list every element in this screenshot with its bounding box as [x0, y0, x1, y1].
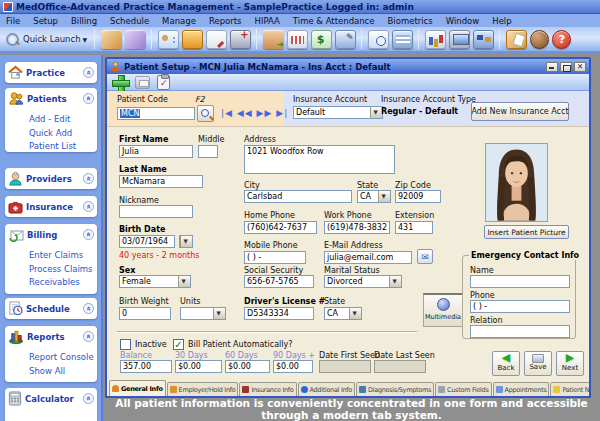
last-name-input[interactable]: McNamara — [119, 175, 203, 188]
sidebar-item-quick-add[interactable]: Quick Add — [29, 127, 97, 141]
chevron-up-icon[interactable]: » — [83, 393, 94, 404]
quick-launch-search-icon[interactable] — [5, 32, 20, 47]
chevron-down-icon[interactable]: « — [83, 67, 94, 78]
menu-manage[interactable]: Manage — [162, 16, 196, 26]
sidebar-section-practice[interactable]: Practice « — [5, 62, 97, 83]
tab-appointments[interactable]: Appointments — [493, 382, 550, 396]
insurance-account-select[interactable]: Default — [293, 106, 383, 119]
chevron-down-icon[interactable]: « — [83, 201, 94, 212]
birth-date-picker[interactable] — [179, 235, 193, 248]
sidebar-item-add-edit[interactable]: Add - Edit — [29, 113, 97, 127]
back-button[interactable]: ◀ Back — [492, 351, 520, 376]
payments-icon[interactable] — [311, 30, 332, 49]
menu-reports[interactable]: Reports — [209, 16, 242, 26]
tab-additional-info[interactable]: Additional Info — [298, 382, 356, 396]
patient-search-button[interactable] — [197, 105, 214, 122]
menu-schedule[interactable]: Schedule — [110, 16, 149, 26]
maximize-button[interactable] — [560, 62, 572, 72]
sidebar-section-providers[interactable]: Providers « — [5, 168, 97, 189]
tab-general-info[interactable]: General Info — [109, 380, 166, 396]
ssn-input[interactable]: 656-67-5765 — [244, 275, 314, 288]
chevron-down-icon[interactable]: « — [83, 173, 94, 184]
tab-custom-fields[interactable]: Custom Fields — [435, 382, 491, 396]
tab-employer-hold-info[interactable]: Employer/Hold Info — [167, 382, 239, 396]
menu-billing[interactable]: Billing — [71, 16, 97, 26]
dropdown-arrow-icon[interactable] — [389, 276, 401, 287]
workstation-icon[interactable] — [449, 30, 470, 49]
sidebar-section-calculator[interactable]: Calculator » — [5, 388, 97, 421]
menu-time-attendance[interactable]: Time & Attendance — [293, 16, 375, 26]
drivers-license-input[interactable]: D5343334 — [244, 307, 314, 320]
dropdown-arrow-icon[interactable] — [213, 308, 225, 319]
menu-window[interactable]: Window — [446, 16, 480, 26]
birth-date-input[interactable]: 03/07/1964 — [119, 235, 175, 248]
address-input[interactable]: 1021 Woodfox Row — [244, 145, 395, 174]
claims-camera-icon[interactable] — [230, 30, 251, 49]
sidebar-item-process-claims[interactable]: Process Claims — [29, 263, 97, 277]
sex-select[interactable]: Female — [119, 275, 191, 288]
progress-notes-icon[interactable] — [206, 30, 227, 49]
emergency-relation-input[interactable] — [470, 325, 570, 338]
patient-folder-icon[interactable] — [182, 30, 203, 49]
chevron-up-icon[interactable]: » — [83, 93, 94, 104]
sidebar-header-reports[interactable]: Reports » — [5, 326, 97, 347]
sidebar-item-show-all[interactable]: Show All — [29, 365, 97, 379]
sidebar-item-patient-list[interactable]: Patient List — [29, 140, 97, 152]
add-new-insurance-button[interactable]: Add New Insurance Acct — [471, 102, 569, 121]
chevron-up-icon[interactable]: » — [83, 331, 94, 342]
biometrics-pad-icon[interactable] — [506, 30, 527, 49]
cpt-codes-icon[interactable] — [101, 30, 122, 49]
patient-info-icon[interactable] — [158, 30, 179, 49]
electronic-signature-icon[interactable] — [335, 30, 356, 49]
menu-setup[interactable]: Setup — [33, 16, 58, 26]
inactive-checkbox[interactable] — [120, 339, 131, 350]
minimize-button[interactable] — [546, 62, 558, 72]
sidebar-header-patients[interactable]: Patients » — [5, 88, 97, 109]
chevron-down-icon[interactable]: « — [83, 303, 94, 314]
email-input[interactable]: julia@email.com — [324, 251, 412, 264]
emergency-phone-input[interactable]: ( ) - — [470, 300, 570, 313]
help-icon[interactable] — [552, 30, 571, 49]
menu-file[interactable]: File — [6, 16, 20, 26]
menu-biometrics[interactable]: Biometrics — [388, 16, 433, 26]
charts-icon[interactable] — [425, 30, 446, 49]
nav-prev-button[interactable]: ◀◀ — [237, 108, 253, 118]
dropdown-arrow-icon[interactable] — [180, 236, 192, 247]
marital-status-select[interactable]: Divorced — [324, 275, 402, 288]
icd-codes-icon[interactable] — [125, 30, 146, 49]
sidebar-item-enter-claims[interactable]: Enter Claims — [29, 249, 97, 263]
referrals-icon[interactable] — [263, 30, 284, 49]
scheduler-report-icon[interactable] — [368, 30, 389, 49]
bill-auto-checkbox[interactable]: ✓ — [173, 339, 184, 350]
units-select[interactable] — [180, 307, 226, 320]
dl-state-select[interactable]: CA — [324, 307, 362, 320]
nav-first-button[interactable]: |◀ — [221, 108, 233, 118]
network-users-icon[interactable] — [473, 30, 494, 49]
quick-launch-label[interactable]: Quick Launch — [23, 34, 81, 44]
first-name-input[interactable]: Julia — [119, 145, 193, 158]
audit-seal-icon[interactable] — [530, 30, 549, 49]
chevron-up-icon[interactable]: » — [83, 229, 94, 240]
sidebar-section-schedule[interactable]: Schedule « — [5, 298, 97, 319]
save-icon[interactable] — [135, 76, 150, 89]
extension-input[interactable]: 431 — [395, 221, 433, 234]
add-patient-icon[interactable] — [112, 75, 128, 90]
patient-code-input[interactable]: MCN — [117, 107, 195, 120]
emergency-name-input[interactable] — [470, 275, 570, 288]
sidebar-item-receivables[interactable]: Receivables — [29, 276, 97, 290]
calendar-calculator-icon[interactable] — [392, 30, 413, 49]
state-select[interactable]: CA — [357, 190, 391, 203]
middle-input[interactable] — [198, 145, 218, 158]
dropdown-arrow-icon[interactable] — [349, 308, 361, 319]
menu-hipaa[interactable]: HIPAA — [254, 16, 279, 26]
work-phone-input[interactable]: (619)478-3832 — [324, 221, 390, 234]
close-button[interactable] — [574, 62, 586, 72]
tab-patient-notes[interactable]: Patient Notes — [550, 382, 589, 396]
sidebar-section-insurance[interactable]: Insurance « — [5, 196, 97, 217]
zip-input[interactable]: 92009 — [395, 190, 441, 203]
send-email-icon[interactable]: ✉ — [417, 249, 433, 264]
next-button[interactable]: ▶ Next — [556, 351, 584, 376]
save-button[interactable]: Save — [524, 351, 552, 376]
nav-last-button[interactable]: ▶| — [276, 108, 288, 118]
tab-diagnosis-symptoms[interactable]: Diagnosis/Symptoms — [356, 382, 434, 396]
